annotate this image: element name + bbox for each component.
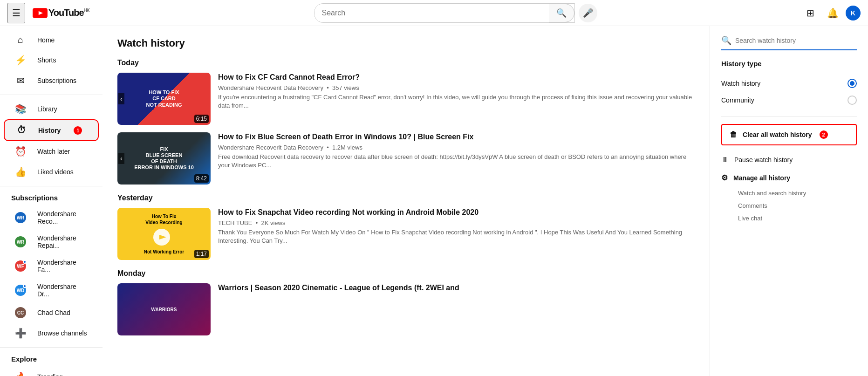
avatar[interactable]: K (846, 6, 861, 21)
video-card: How To FixVideo Recording Not Working Er… (117, 208, 695, 260)
view-count: 357 views (332, 84, 359, 91)
sidebar-item-subscriptions[interactable]: ✉ Subscriptions (4, 70, 99, 91)
channel-avatar: WF (15, 260, 26, 272)
channel-avatar: WR (15, 212, 26, 223)
video-card: FIXBLUE SCREENOF DEATHERROR IN WINDOWS 1… (117, 132, 695, 185)
video-thumbnail[interactable]: HOW TO FIXCF CARDNOT READING 6:15 ‹ (117, 73, 211, 125)
sidebar-item-label: Shorts (37, 56, 56, 64)
sidebar-item-trending[interactable]: 🔥 Trending (4, 367, 99, 376)
clear-label: Clear all watch history (743, 131, 812, 138)
community-option[interactable]: Community (721, 92, 857, 109)
thumb-prev[interactable]: ‹ (118, 93, 124, 104)
sidebar-item-label: Trending (37, 373, 63, 376)
video-thumbnail[interactable]: WARRIORS (117, 283, 211, 335)
watch-history-option[interactable]: Watch history (721, 75, 857, 92)
video-thumbnail[interactable]: How To FixVideo Recording Not Working Er… (117, 208, 211, 260)
section-monday: Monday (117, 269, 695, 278)
voice-search-button[interactable]: 🎤 (579, 4, 597, 22)
comments-link[interactable]: Comments (738, 199, 857, 212)
sidebar-item-shorts[interactable]: ⚡ Shorts (4, 50, 99, 70)
video-card: HOW TO FIXCF CARDNOT READING 6:15 ‹ How … (117, 73, 695, 125)
video-description: Free download Recoverit data recovery to… (218, 153, 695, 170)
sidebar-item-chad-chad[interactable]: CC Chad Chad (4, 302, 99, 323)
video-title[interactable]: How to Fix Snapchat Video recording Not … (218, 208, 695, 218)
video-title[interactable]: How to Fix CF Card Cannot Read Error? (218, 73, 695, 82)
video-description: If you're encountering a frustrating "CF… (218, 93, 695, 110)
watch-later-icon: ⏰ (15, 146, 26, 157)
community-radio[interactable] (847, 96, 857, 105)
sidebar-divider-3 (0, 347, 103, 348)
thumb-text: HOW TO FIXCF CARDNOT READING (144, 88, 184, 110)
section-today: Today (117, 59, 695, 67)
gear-icon: ⚙ (721, 173, 728, 182)
history-icon: ⏱ (16, 125, 27, 136)
sidebar-item-history[interactable]: ⏱ History 1 (4, 119, 99, 141)
top-navigation: ☰ YouTubeHK 🔍 🎤 ⊞ 🔔 K (0, 0, 868, 26)
thumb-prev[interactable]: ‹ (118, 153, 124, 164)
create-button[interactable]: ⊞ (801, 4, 820, 22)
channel-name[interactable]: TECH TUBE (218, 219, 252, 226)
page-title: Watch history (117, 37, 695, 49)
sidebar-item-watch-later[interactable]: ⏰ Watch later (4, 141, 99, 162)
thumb-text: WARRIORS (151, 307, 177, 312)
video-duration: 1:17 (194, 250, 209, 258)
pause-watch-history-button[interactable]: ⏸ Pause watch history (721, 151, 857, 169)
video-description: Thank You Everyone So Much For Watch My … (218, 228, 695, 245)
sidebar-item-wondershare-repai[interactable]: WR Wondershare Repai... (4, 230, 99, 254)
clear-watch-history-button[interactable]: 🗑 Clear all watch history 2 (721, 124, 857, 145)
subscriptions-icon: ✉ (15, 75, 26, 86)
main-content: Watch history Today HOW TO FIXCF CARDNOT… (103, 26, 710, 376)
clear-badge: 2 (820, 130, 828, 139)
video-channel: Wondershare Recoverit Data Recovery • 1.… (218, 144, 695, 151)
manage-all-history-button[interactable]: ⚙ Manage all history (721, 169, 857, 187)
sidebar-item-library[interactable]: 📚 Library (4, 99, 99, 119)
video-info: How to Fix Blue Screen of Death Error in… (218, 132, 695, 185)
channel-name[interactable]: Wondershare Recoverit Data Recovery (218, 84, 323, 91)
hamburger-menu[interactable]: ☰ (7, 3, 25, 23)
thumb-text: How To FixVideo Recording Not Working Er… (142, 212, 186, 257)
trash-icon: 🗑 (730, 130, 737, 139)
view-count: 2K views (261, 219, 285, 226)
watch-history-radio[interactable] (847, 79, 857, 88)
subscriptions-title: Subscriptions (0, 190, 103, 205)
sidebar-item-label: Chad Chad (37, 309, 70, 316)
video-duration: 8:42 (194, 174, 209, 183)
sidebar-item-wondershare-fa[interactable]: WF Wondershare Fa... (4, 254, 99, 278)
search-bar: 🔍 (314, 3, 575, 23)
live-chat-link[interactable]: Live chat (738, 212, 857, 225)
sidebar-item-label: Browse channels (37, 329, 87, 337)
search-button[interactable]: 🔍 (549, 4, 574, 22)
video-title[interactable]: How to Fix Blue Screen of Death Error in… (218, 132, 695, 142)
youtube-logo[interactable]: YouTubeHK (33, 7, 89, 18)
notification-dot (23, 260, 27, 264)
thumb-text: FIXBLUE SCREENOF DEATHERROR IN WINDOWS 1… (132, 144, 196, 173)
video-channel: TECH TUBE • 2K views (218, 219, 695, 226)
right-panel: 🔍 History type Watch history Community 🗑… (710, 26, 868, 376)
liked-videos-icon: 👍 (15, 166, 26, 178)
topnav-right: ⊞ 🔔 K (801, 4, 861, 22)
search-history-input[interactable] (735, 37, 857, 44)
watch-history-label: Watch history (721, 80, 760, 87)
sidebar-item-label: Library (37, 105, 57, 113)
search-input[interactable] (314, 5, 549, 21)
sidebar-item-label: Watch later (37, 148, 70, 155)
video-title[interactable]: Warriors | Season 2020 Cinematic - Leagu… (218, 283, 695, 293)
sidebar-item-wondershare-dr[interactable]: WD Wondershare Dr... (4, 278, 99, 302)
video-thumbnail[interactable]: FIXBLUE SCREENOF DEATHERROR IN WINDOWS 1… (117, 132, 211, 185)
pause-label: Pause watch history (734, 156, 793, 164)
channel-name[interactable]: Wondershare Recoverit Data Recovery (218, 144, 323, 151)
sidebar-item-label: History (38, 127, 61, 134)
sidebar-item-browse-channels[interactable]: ➕ Browse channels (4, 323, 99, 343)
notifications-button[interactable]: 🔔 (823, 4, 842, 22)
community-label: Community (721, 96, 754, 104)
sidebar-item-home[interactable]: ⌂ Home (4, 30, 99, 50)
video-info: How to Fix CF Card Cannot Read Error? Wo… (218, 73, 695, 125)
sidebar-divider (0, 95, 103, 95)
sidebar-item-liked-videos[interactable]: 👍 Liked videos (4, 162, 99, 182)
logo-country: HK (84, 8, 89, 13)
video-info: How to Fix Snapchat Video recording Not … (218, 208, 695, 260)
watch-search-link[interactable]: Watch and search history (738, 187, 857, 199)
history-type-title: History type (721, 60, 857, 68)
sidebar-item-wondershare-reco[interactable]: WR Wondershare Reco... (4, 205, 99, 230)
search-history-bar: 🔍 (721, 35, 857, 50)
